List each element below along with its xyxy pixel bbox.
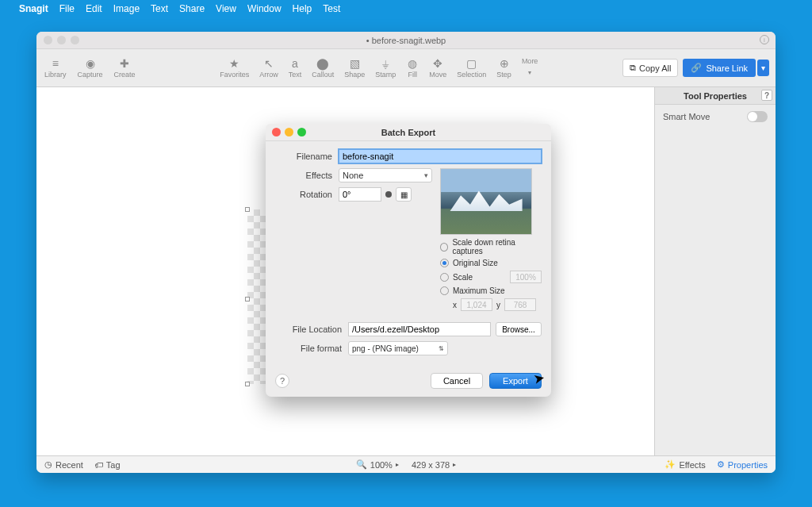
menu-image[interactable]: Image: [113, 3, 140, 14]
file-location-input[interactable]: [348, 322, 491, 336]
scale-label: Scale: [453, 273, 506, 282]
tool-arrow[interactable]: ↖Arrow: [259, 57, 278, 79]
dialog-help-button[interactable]: ?: [275, 374, 289, 388]
move-icon: ✥: [431, 57, 444, 70]
file-location-label: File Location: [275, 325, 348, 334]
scale-retina-label: Scale down retina captures: [452, 238, 542, 255]
magnifier-icon: 🔍: [356, 459, 367, 470]
max-width-input[interactable]: [461, 298, 492, 311]
dialog-traffic-lights[interactable]: [272, 128, 306, 136]
arrow-icon: ↖: [262, 57, 275, 70]
toolbar-library[interactable]: ≡Library: [44, 57, 67, 79]
window-title: • before-snagit.webp: [366, 36, 446, 45]
menu-test[interactable]: Test: [323, 3, 340, 14]
share-link-label: Share Link: [706, 63, 748, 73]
menu-text[interactable]: Text: [151, 3, 168, 14]
resize-handle[interactable]: [245, 382, 250, 386]
recent-button[interactable]: ◷Recent: [44, 459, 83, 470]
text-icon: a: [289, 57, 301, 70]
copy-icon: ⧉: [630, 63, 636, 73]
chevron-right-icon: ▸: [453, 461, 456, 468]
browse-button[interactable]: Browse...: [496, 322, 542, 336]
file-format-select[interactable]: png - (PNG image): [348, 341, 448, 355]
rotation-label: Rotation: [275, 190, 339, 199]
toolbar-capture[interactable]: ◉Capture: [78, 57, 103, 79]
max-size-label: Maximum Size: [453, 286, 505, 295]
menu-edit[interactable]: Edit: [86, 3, 102, 14]
tool-step-label: Step: [496, 71, 511, 79]
tool-selection[interactable]: ▢Selection: [457, 57, 486, 79]
info-icon[interactable]: i: [760, 35, 769, 44]
effects-select[interactable]: None: [339, 168, 432, 182]
rotation-input[interactable]: [339, 187, 381, 202]
cancel-button[interactable]: Cancel: [431, 373, 483, 389]
app-name[interactable]: Snagit: [19, 3, 48, 14]
scale-option[interactable]: Scale: [440, 271, 542, 283]
share-link-button[interactable]: 🔗Share Link: [683, 59, 756, 77]
copy-all-label: Copy All: [639, 63, 671, 73]
panel-title: Tool Properties: [684, 91, 747, 101]
copy-all-button[interactable]: ⧉Copy All: [622, 59, 678, 77]
resize-handle[interactable]: [245, 207, 250, 212]
tool-move[interactable]: ✥Move: [429, 57, 446, 79]
tag-label: Tag: [106, 460, 121, 470]
max-size-option[interactable]: Maximum Size: [440, 286, 542, 295]
menu-help[interactable]: Help: [293, 3, 312, 14]
rotation-dial[interactable]: [385, 191, 392, 198]
toolbar-more[interactable]: More▾: [522, 57, 538, 79]
tool-stamp-label: Stamp: [375, 71, 396, 79]
y-label: y: [496, 301, 500, 309]
toolbar-library-label: Library: [44, 71, 67, 79]
menu-file[interactable]: File: [59, 3, 75, 14]
export-button[interactable]: Export: [489, 373, 542, 389]
toolbar-create[interactable]: ✚Create: [114, 57, 136, 79]
window-titlebar: • before-snagit.webp i: [36, 32, 776, 49]
tool-callout[interactable]: ⬤Callout: [312, 57, 334, 79]
share-dropdown-button[interactable]: ▾: [757, 60, 769, 76]
tool-fill[interactable]: ◍Fill: [406, 57, 419, 79]
dimensions-readout[interactable]: 429 x 378 ▸: [412, 460, 456, 470]
status-bar: ◷Recent 🏷Tag 🔍100% ▸ 429 x 378 ▸ ✨Effect…: [36, 455, 776, 473]
fill-icon: ◍: [406, 57, 419, 70]
tag-button[interactable]: 🏷Tag: [94, 459, 121, 470]
star-icon: ★: [228, 57, 241, 70]
effects-button[interactable]: ✨Effects: [665, 459, 705, 470]
properties-button[interactable]: ⚙Properties: [717, 459, 768, 470]
panel-help-button[interactable]: ?: [761, 90, 772, 101]
zoom-control[interactable]: 🔍100% ▸: [356, 459, 399, 470]
toolbar-create-label: Create: [114, 71, 136, 79]
tool-properties-panel: Tool Properties ? Smart Move: [654, 87, 776, 455]
smart-move-label: Smart Move: [663, 112, 710, 121]
scale-percent-input[interactable]: [510, 271, 542, 283]
tool-stamp[interactable]: ⏚Stamp: [375, 57, 396, 79]
tool-text[interactable]: aText: [289, 57, 302, 79]
scale-retina-option[interactable]: Scale down retina captures: [440, 238, 542, 255]
chevron-down-icon: ▾: [523, 66, 536, 79]
smart-move-toggle[interactable]: [747, 111, 768, 122]
rotation-preset-button[interactable]: ▦: [396, 187, 412, 202]
tool-favorites[interactable]: ★Favorites: [220, 57, 249, 79]
chevron-right-icon: ▸: [396, 461, 399, 468]
gear-icon: ⚙: [717, 459, 725, 470]
menu-window[interactable]: Window: [247, 3, 282, 14]
original-size-option[interactable]: Original Size: [440, 259, 542, 267]
callout-icon: ⬤: [316, 57, 329, 70]
tool-arrow-label: Arrow: [259, 71, 278, 79]
menu-view[interactable]: View: [216, 3, 236, 14]
wand-icon: ✨: [665, 459, 676, 470]
tool-step[interactable]: ⊕Step: [496, 57, 511, 79]
menu-share[interactable]: Share: [179, 3, 205, 14]
tool-shape[interactable]: ▧Shape: [344, 57, 365, 79]
selection-icon: ▢: [465, 57, 478, 70]
tool-move-label: Move: [429, 71, 446, 79]
effects-label: Effects: [275, 171, 339, 180]
window-traffic-lights[interactable]: [44, 36, 79, 44]
resize-handle[interactable]: [245, 297, 250, 302]
link-icon: 🔗: [691, 63, 702, 73]
effects-label: Effects: [679, 460, 705, 470]
effects-value: None: [343, 171, 363, 180]
library-icon: ≡: [49, 57, 62, 70]
max-height-input[interactable]: [504, 298, 536, 311]
dialog-title: Batch Export: [381, 128, 435, 137]
filename-input[interactable]: [339, 149, 542, 163]
